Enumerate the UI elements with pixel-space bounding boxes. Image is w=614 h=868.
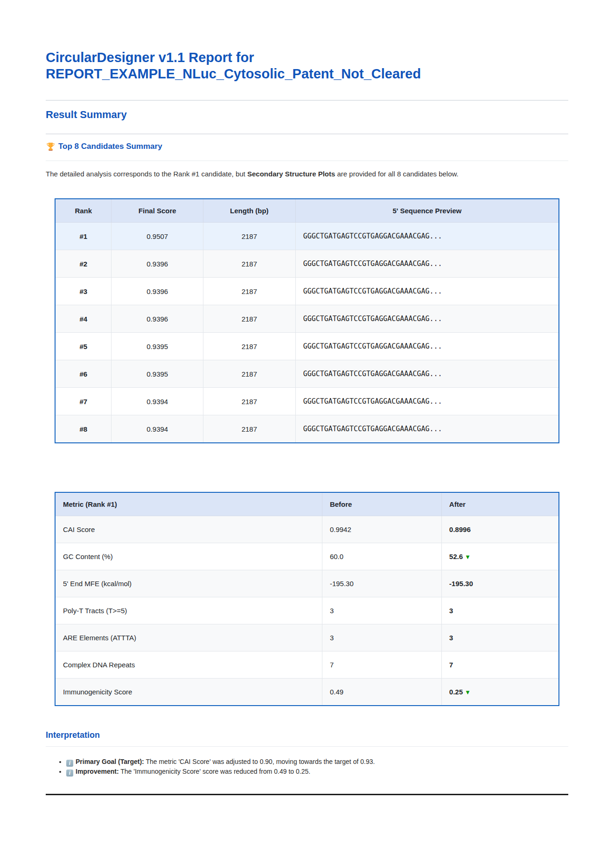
- header-metric: Metric (Rank #1): [55, 492, 322, 516]
- table-header-row: Metric (Rank #1) Before After: [55, 492, 559, 516]
- after-value: 0.25: [449, 688, 463, 696]
- after-value: 52.6: [449, 553, 463, 560]
- table-row: ARE Elements (ATTTA) 3 3: [55, 624, 559, 651]
- info-icon: i: [66, 770, 73, 777]
- list-item: iImprovement: The 'Immunogenicity Score'…: [66, 767, 568, 777]
- interpretation-list: iPrimary Goal (Target): The metric 'CAI …: [46, 757, 568, 777]
- down-arrow: [453, 662, 455, 669]
- sequence-cell: GGGCTGATGAGTCCGTGAGGACGAAACGAG...: [295, 360, 559, 388]
- table-row: #6 0.9395 2187 GGGCTGATGAGTCCGTGAGGACGAA…: [55, 360, 559, 388]
- table-row: #4 0.9396 2187 GGGCTGATGAGTCCGTGAGGACGAA…: [55, 305, 559, 333]
- after-value: 3: [449, 607, 453, 615]
- rank-cell: #3: [55, 278, 112, 305]
- after-cell: 3: [441, 624, 559, 651]
- rank-cell: #6: [55, 360, 112, 388]
- metric-cell: CAI Score: [55, 516, 322, 543]
- before-cell: 0.9942: [322, 516, 441, 543]
- sequence-cell: GGGCTGATGAGTCCGTGAGGACGAAACGAG...: [295, 388, 559, 415]
- rank-cell: #2: [55, 250, 112, 278]
- table-row: 5' End MFE (kcal/mol) -195.30 -195.30: [55, 570, 559, 597]
- sequence-cell: GGGCTGATGAGTCCGTGAGGACGAAACGAG...: [295, 223, 559, 250]
- length-cell: 2187: [203, 278, 296, 305]
- length-cell: 2187: [203, 333, 296, 360]
- sequence-cell: GGGCTGATGAGTCCGTGAGGACGAAACGAG...: [295, 305, 559, 333]
- score-cell: 0.9394: [112, 388, 203, 415]
- table-row: #7 0.9394 2187 GGGCTGATGAGTCCGTGAGGACGAA…: [55, 388, 559, 415]
- candidates-heading-label: Top 8 Candidates Summary: [58, 142, 162, 151]
- report-page: CircularDesigner v1.1 Report for REPORT_…: [46, 0, 568, 795]
- table-row: GC Content (%) 60.0 52.6▼: [55, 543, 559, 570]
- length-cell: 2187: [203, 415, 296, 443]
- after-value: 0.8996: [449, 525, 471, 533]
- header-rank: Rank: [55, 199, 112, 223]
- bottom-rule: [46, 794, 568, 795]
- divider: [46, 161, 568, 161]
- sequence-cell: GGGCTGATGAGTCCGTGAGGACGAAACGAG...: [295, 415, 559, 443]
- after-cell: -195.30: [441, 570, 559, 597]
- down-arrow: ▼: [463, 689, 471, 696]
- header-before: Before: [322, 492, 441, 516]
- before-cell: 0.49: [322, 679, 441, 706]
- after-cell: 52.6▼: [441, 543, 559, 570]
- table-row: Complex DNA Repeats 7 7: [55, 651, 559, 679]
- length-cell: 2187: [203, 305, 296, 333]
- after-cell: 7: [441, 651, 559, 679]
- item-label: Improvement:: [76, 768, 119, 775]
- report-title: CircularDesigner v1.1 Report for REPORT_…: [46, 0, 568, 82]
- after-cell: 0.8996: [441, 516, 559, 543]
- result-summary-heading: Result Summary: [46, 109, 568, 121]
- item-text: The 'Immunogenicity Score' score was red…: [119, 768, 311, 775]
- list-item: iPrimary Goal (Target): The metric 'CAI …: [66, 757, 568, 767]
- table-row: CAI Score 0.9942 0.8996: [55, 516, 559, 543]
- rank-cell: #8: [55, 415, 112, 443]
- table-header-row: Rank Final Score Length (bp) 5' Sequence…: [55, 199, 559, 223]
- table-row: Poly-T Tracts (T>=5) 3 3: [55, 597, 559, 624]
- down-arrow: ▼: [463, 553, 471, 560]
- table-row: #8 0.9394 2187 GGGCTGATGAGTCCGTGAGGACGAA…: [55, 415, 559, 443]
- metric-cell: Immunogenicity Score: [55, 679, 322, 706]
- header-after: After: [441, 492, 559, 516]
- score-cell: 0.9395: [112, 360, 203, 388]
- interpretation-heading: Interpretation: [46, 730, 568, 740]
- score-cell: 0.9395: [112, 333, 203, 360]
- before-cell: -195.30: [322, 570, 441, 597]
- length-cell: 2187: [203, 223, 296, 250]
- score-cell: 0.9507: [112, 223, 203, 250]
- sequence-cell: GGGCTGATGAGTCCGTGAGGACGAAACGAG...: [295, 250, 559, 278]
- header-final-score: Final Score: [112, 199, 203, 223]
- rank-cell: #1: [55, 223, 112, 250]
- trophy-icon: [46, 142, 56, 152]
- divider: [46, 100, 568, 101]
- divider: [46, 746, 568, 747]
- intro-paragraph: The detailed analysis corresponds to the…: [46, 169, 568, 179]
- item-label: Primary Goal (Target):: [76, 758, 144, 765]
- rank-cell: #5: [55, 333, 112, 360]
- score-cell: 0.9396: [112, 250, 203, 278]
- after-cell: 0.25▼: [441, 679, 559, 706]
- after-cell: 3: [441, 597, 559, 624]
- score-cell: 0.9394: [112, 415, 203, 443]
- sequence-cell: GGGCTGATGAGTCCGTGAGGACGAAACGAG...: [295, 333, 559, 360]
- intro-text-end: are provided for all 8 candidates below.: [335, 170, 458, 178]
- intro-text-bold: Secondary Structure Plots: [247, 170, 335, 178]
- before-cell: 3: [322, 624, 441, 651]
- before-cell: 60.0: [322, 543, 441, 570]
- item-text: The metric 'CAI Score' was adjusted to 0…: [144, 758, 375, 765]
- table-row: #2 0.9396 2187 GGGCTGATGAGTCCGTGAGGACGAA…: [55, 250, 559, 278]
- rank-cell: #7: [55, 388, 112, 415]
- metric-cell: Poly-T Tracts (T>=5): [55, 597, 322, 624]
- metric-cell: Complex DNA Repeats: [55, 651, 322, 679]
- score-cell: 0.9396: [112, 278, 203, 305]
- before-cell: 7: [322, 651, 441, 679]
- length-cell: 2187: [203, 388, 296, 415]
- metric-cell: 5' End MFE (kcal/mol): [55, 570, 322, 597]
- divider: [46, 133, 568, 134]
- metric-cell: ARE Elements (ATTTA): [55, 624, 322, 651]
- metric-cell: GC Content (%): [55, 543, 322, 570]
- after-value: -195.30: [449, 580, 473, 588]
- sequence-cell: GGGCTGATGAGTCCGTGAGGACGAAACGAG...: [295, 278, 559, 305]
- candidates-heading: Top 8 Candidates Summary: [46, 142, 568, 152]
- after-value: 7: [449, 661, 453, 669]
- table-row: Immunogenicity Score 0.49 0.25▼: [55, 679, 559, 706]
- length-cell: 2187: [203, 250, 296, 278]
